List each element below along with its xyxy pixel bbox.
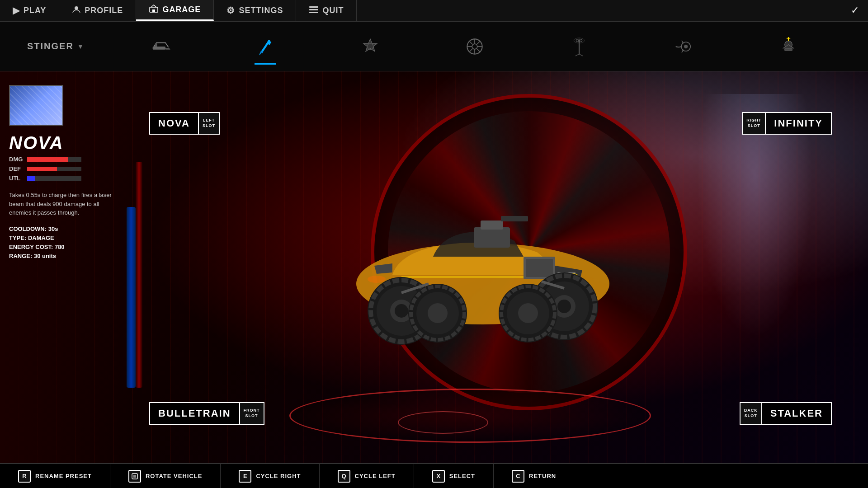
quit-icon — [309, 5, 319, 16]
key-r: R — [18, 470, 31, 483]
settings-icon: ⚙ — [226, 5, 235, 16]
toolbar-paint[interactable] — [247, 28, 283, 65]
rotate-vehicle-label: ROTATE VEHICLE — [146, 473, 202, 479]
bottom-bar: R RENAME PRESET ROTATE VEHICLE E CYCLE R… — [0, 463, 868, 488]
left-panel: NOVA DMG DEF UTL Takes 0.55s to charge t… — [9, 85, 131, 259]
svg-rect-39 — [501, 216, 528, 221]
nav-checkmark: ✓ — [851, 0, 868, 21]
key-c: C — [512, 470, 524, 483]
nav-profile[interactable]: PROFILE — [59, 0, 136, 21]
preset-dropdown-arrow: ▼ — [77, 43, 85, 50]
action-return[interactable]: C RETURN — [494, 464, 574, 488]
car-svg — [302, 157, 664, 383]
svg-line-24 — [576, 54, 579, 56]
svg-point-64 — [368, 276, 386, 283]
toolbar-topper[interactable] — [770, 28, 807, 65]
stat-utl-bar — [27, 176, 81, 181]
action-cycle-right[interactable]: E CYCLE RIGHT — [221, 464, 319, 488]
preset-selector[interactable]: STINGER ▼ — [27, 41, 108, 52]
weapon-type: TYPE: DAMAGE — [9, 235, 131, 241]
stat-dmg-fill — [27, 157, 68, 162]
select-label: SELECT — [449, 473, 475, 479]
cycle-right-label: CYCLE RIGHT — [256, 473, 301, 479]
svg-point-60 — [428, 303, 448, 323]
svg-line-16 — [469, 41, 472, 44]
nav-quit-label: QUIT — [322, 6, 344, 15]
slot-front-tag: FRONT SLOT — [239, 403, 264, 424]
stat-def-row: DEF — [9, 165, 131, 172]
action-select[interactable]: X SELECT — [414, 464, 494, 488]
slot-back-stalker[interactable]: BACK SLOT STALKER — [740, 402, 832, 425]
svg-point-27 — [684, 44, 688, 48]
svg-rect-41 — [526, 259, 553, 277]
svg-rect-30 — [785, 48, 793, 51]
nav-settings-label: SETTINGS — [239, 6, 283, 15]
svg-rect-38 — [481, 221, 503, 230]
slot-right-infinity[interactable]: RIGHT SLOT INFINITY — [742, 112, 832, 135]
stat-dmg-bar — [27, 157, 81, 162]
weapon-stats: COOLDOWN: 30s TYPE: DAMAGE ENERGY COST: … — [9, 225, 131, 259]
nav-profile-label: PROFILE — [85, 6, 123, 15]
nav-garage[interactable]: GARAGE — [136, 0, 214, 21]
toolbar-gun[interactable] — [143, 28, 179, 65]
slot-front-bulletrain-weapon: BULLETRAIN — [150, 403, 239, 424]
svg-line-17 — [477, 49, 481, 52]
nav-settings[interactable]: ⚙ SETTINGS — [214, 0, 296, 21]
stat-utl-fill — [27, 176, 35, 181]
toolbar-icons — [108, 28, 841, 65]
svg-rect-8 — [260, 51, 263, 53]
stat-def-label: DEF — [9, 165, 23, 172]
svg-point-52 — [395, 304, 408, 318]
weapon-energy: ENERGY COST: 780 — [9, 244, 131, 250]
stat-utl-row: UTL — [9, 175, 131, 182]
action-rename-preset[interactable]: R RENAME PRESET — [0, 464, 110, 488]
main-area: NOVA DMG DEF UTL Takes 0.55s to charge t… — [0, 71, 868, 488]
cycle-left-label: CYCLE LEFT — [355, 473, 396, 479]
svg-rect-6 — [152, 47, 165, 50]
key-square — [128, 470, 141, 483]
svg-line-25 — [579, 54, 583, 56]
garage-icon — [149, 4, 159, 16]
slot-back-stalker-weapon: STALKER — [762, 403, 831, 424]
slot-right-tag: RIGHT SLOT — [743, 113, 766, 134]
toolbar-emblem[interactable] — [352, 28, 388, 65]
slot-right-infinity-weapon: INFINITY — [766, 113, 831, 134]
svg-rect-7 — [155, 43, 157, 47]
car-area — [279, 117, 686, 424]
svg-rect-66 — [133, 475, 136, 478]
key-e: E — [239, 470, 251, 483]
pipe-red — [136, 162, 142, 388]
slot-front-bulletrain[interactable]: BULLETRAIN FRONT SLOT — [149, 402, 264, 425]
action-cycle-left[interactable]: Q CYCLE LEFT — [320, 464, 414, 488]
stat-dmg-row: DMG — [9, 156, 131, 163]
weapon-range: RANGE: 30 units — [9, 253, 131, 259]
slot-left-nova-weapon: NOVA — [150, 113, 198, 134]
key-x: X — [432, 470, 445, 483]
toolbar-boost[interactable] — [666, 28, 702, 65]
play-icon: ▶ — [13, 5, 20, 16]
nav-quit[interactable]: QUIT — [296, 0, 357, 21]
svg-rect-5 — [309, 12, 318, 13]
stat-utl-label: UTL — [9, 175, 23, 182]
toolbar-wheel[interactable] — [457, 28, 493, 65]
svg-rect-4 — [309, 9, 318, 10]
nav-play-label: PLAY — [24, 6, 46, 15]
slot-left-nova[interactable]: NOVA LEFT SLOT — [149, 112, 220, 135]
preset-name: STINGER — [27, 41, 74, 52]
nav-play[interactable]: ▶ PLAY — [0, 0, 59, 21]
svg-point-0 — [75, 6, 78, 10]
stat-def-fill — [27, 167, 57, 171]
action-rotate-vehicle[interactable]: ROTATE VEHICLE — [110, 464, 221, 488]
weapon-preview — [9, 85, 63, 126]
stat-def-bar — [27, 167, 81, 171]
toolbar-antenna[interactable] — [561, 28, 597, 65]
stat-dmg-label: DMG — [9, 156, 23, 163]
svg-point-56 — [518, 303, 538, 323]
profile-icon — [72, 5, 81, 16]
svg-point-11 — [472, 44, 477, 49]
key-q: Q — [338, 470, 350, 483]
nav-garage-label: GARAGE — [162, 5, 201, 14]
weapon-description: Takes 0.55s to charge then fires a laser… — [9, 191, 118, 217]
slot-left-nova-tag: LEFT SLOT — [198, 113, 219, 134]
top-nav: ▶ PLAY PROFILE GARAGE ⚙ SETTINGS QUIT ✓ — [0, 0, 868, 22]
